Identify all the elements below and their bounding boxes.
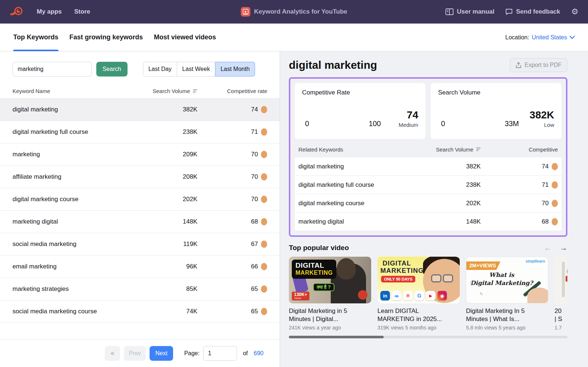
table-row[interactable]: digital marketing course 202K 70 — [0, 188, 280, 211]
related-row[interactable]: digital marketing 382K 74 — [295, 157, 562, 176]
hubspot-icon: ✱ — [403, 291, 413, 300]
related-row[interactable]: digital marketing course 202K 70 — [295, 194, 562, 213]
table-row[interactable]: marketing strategies 85K 65 — [0, 278, 280, 300]
semrush-logo[interactable] — [10, 6, 24, 18]
nav-store[interactable]: Store — [74, 8, 90, 15]
export-icon — [516, 62, 521, 68]
related-table-header: Related Keywords Search Volume Competiti… — [295, 141, 562, 157]
instagram-icon: ◉ — [437, 291, 447, 300]
related-row[interactable]: digital marketing full course 238K 71 — [295, 176, 562, 194]
table-row[interactable]: marketing 209K 70 — [0, 143, 280, 166]
tab-fast-growing-keywords[interactable]: Fast growing keywords — [69, 24, 143, 51]
send-feedback-link[interactable]: Send feedback — [505, 8, 560, 15]
total-pages-link[interactable]: 690 — [254, 350, 263, 357]
video-title[interactable]: Learn DIGITAL MARKETING in 2025... — [377, 307, 460, 324]
rate-dot — [261, 106, 267, 113]
rate-dot — [552, 218, 558, 225]
video-card[interactable]: DIGITAL MARKETING ONLY 90 DAYS in ∞ ✱ G … — [377, 257, 460, 331]
chevron-down-icon — [570, 36, 575, 39]
book-icon — [445, 8, 453, 15]
column-search-volume[interactable]: Search Volume — [139, 88, 197, 94]
table-row[interactable]: marketing digital 148K 68 — [0, 211, 280, 233]
top-navbar: My apps Store Keyword Analytics for YouT… — [0, 0, 588, 24]
carousel-right-arrow-icon[interactable]: → — [560, 243, 567, 252]
related-row[interactable]: marketing digital 148K 68 — [295, 213, 562, 231]
keyword-overview-highlight: Competitive Rate 0 100 74 Medium — [289, 77, 567, 237]
location-label: Location: — [505, 34, 529, 41]
column-related-competitive: Competitive — [481, 146, 558, 153]
search-volume-value: 382K — [530, 109, 554, 121]
table-row[interactable]: social media marketing course 74K 65 — [0, 300, 280, 323]
video-thumbnail: 2M+VIEWS simplilearn What is Digital Mar… — [466, 257, 548, 303]
user-manual-link[interactable]: User manual — [445, 8, 494, 15]
scrollbar-thumb[interactable] — [289, 336, 384, 338]
filter-last-week[interactable]: Last Week — [177, 62, 215, 76]
carousel-left-arrow-icon[interactable]: ← — [544, 243, 552, 252]
page-label: Page: — [184, 350, 200, 357]
video-meta: 319K views 5 months ago — [377, 325, 460, 331]
competitive-rate-level: Medium — [399, 122, 418, 128]
rate-dot — [261, 240, 267, 248]
video-title[interactable]: Digital Marketing In 5 Minutes | What Is… — [466, 307, 548, 324]
page-input[interactable] — [203, 346, 237, 361]
meta-icon: ∞ — [392, 291, 401, 300]
table-row[interactable]: digital marketing 382K 74 — [0, 99, 280, 121]
rate-dot — [261, 173, 267, 181]
video-card[interactable]: 20 | S 1.7 — [555, 257, 567, 331]
app-title: Keyword Analytics for YouTube — [254, 8, 347, 15]
competitive-rate-gauge — [312, 101, 366, 129]
rate-dot — [552, 163, 558, 170]
location-selector[interactable]: Location: United States — [505, 24, 575, 51]
detail-title: digital marketing — [289, 59, 377, 71]
video-thumbnail: DIGITAL MARKETING ONLY 90 DAYS in ∞ ✱ G … — [377, 257, 460, 303]
tab-most-viewed-videos[interactable]: Most viewed videos — [154, 24, 216, 51]
pagination: « Prev Next Page: of 690 — [0, 339, 280, 367]
rate-dot — [552, 181, 558, 189]
rate-dot — [552, 200, 558, 207]
column-keyword-name: Keyword Name — [12, 88, 139, 94]
time-filter-group: Last Day Last Week Last Month — [143, 62, 255, 76]
top-popular-video-heading: Top popular video — [289, 244, 349, 252]
nav-my-apps[interactable]: My apps — [37, 8, 62, 15]
search-volume-gauge — [448, 101, 502, 129]
tab-top-keywords[interactable]: Top Keywords — [13, 24, 58, 51]
search-input[interactable] — [12, 62, 92, 76]
sort-icon[interactable] — [476, 147, 481, 151]
column-related-search-volume[interactable]: Search Volume — [396, 146, 481, 153]
chat-icon — [505, 8, 513, 15]
table-row[interactable]: email marketing 96K 66 — [0, 256, 280, 278]
google-icon: G — [415, 291, 424, 300]
location-value[interactable]: United States — [532, 34, 567, 41]
table-row[interactable]: affiliate marketing 208K 70 — [0, 166, 280, 188]
first-page-button[interactable]: « — [105, 346, 120, 361]
settings-gear-icon[interactable]: ⚙ — [571, 8, 578, 16]
page-of-label: of — [243, 350, 248, 357]
video-card[interactable]: DIGITAL MARKETING क्या है ? 130K+VIEWS D… — [289, 257, 371, 331]
video-title[interactable]: 20 | S — [555, 307, 567, 324]
simplilearn-logo: simplilearn — [526, 259, 545, 263]
horizontal-scrollbar[interactable] — [289, 336, 567, 338]
rate-dot — [261, 308, 267, 315]
rate-dot — [261, 218, 267, 225]
table-row[interactable]: social media marketing 119K 67 — [0, 233, 280, 256]
linkedin-icon: in — [380, 291, 390, 300]
filter-last-day[interactable]: Last Day — [143, 62, 177, 76]
column-related-keywords: Related Keywords — [298, 146, 396, 153]
video-thumbnail — [555, 257, 567, 303]
filter-last-month[interactable]: Last Month — [215, 62, 255, 76]
search-volume-level: Low — [530, 122, 554, 128]
prev-page-button[interactable]: Prev — [124, 346, 146, 361]
sort-icon[interactable] — [193, 89, 197, 93]
video-meta: 5.8 mln views 5 years ago — [466, 325, 548, 331]
table-row[interactable]: digital marketing full course 238K 71 — [0, 121, 280, 143]
video-carousel: DIGITAL MARKETING क्या है ? 130K+VIEWS D… — [289, 257, 567, 331]
video-meta: 241K views a year ago — [289, 325, 371, 331]
export-pdf-button[interactable]: Export to PDF — [510, 58, 567, 72]
video-card[interactable]: 2M+VIEWS simplilearn What is Digital Mar… — [466, 257, 548, 331]
rate-dot — [261, 263, 267, 270]
rate-dot — [261, 196, 267, 203]
search-button[interactable]: Search — [96, 62, 128, 76]
next-page-button[interactable]: Next — [150, 346, 173, 361]
youtube-icon: ▶ — [426, 291, 435, 300]
video-title[interactable]: Digital Marketing in 5 Minutes | Digital… — [289, 307, 371, 324]
